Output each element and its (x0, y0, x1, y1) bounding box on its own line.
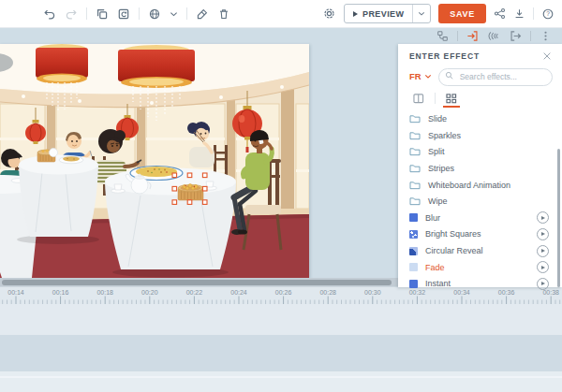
duplicate-sync-icon[interactable] (117, 7, 130, 21)
enter-effect-icon[interactable] (466, 29, 480, 44)
preview-dropdown[interactable] (412, 5, 430, 22)
search-input[interactable] (438, 68, 553, 86)
filter-dropdown[interactable]: FR (409, 71, 432, 81)
play-preview-button[interactable] (537, 228, 549, 240)
enter-effect-panel: ENTER EFFECT FR SlideSpar (398, 44, 562, 287)
chevron-down-icon[interactable] (170, 10, 178, 18)
gear-icon[interactable] (322, 7, 336, 21)
effect-folder[interactable]: Whiteboard Animation (398, 177, 562, 194)
eraser-icon[interactable] (196, 7, 209, 21)
effect-folders: SlideSparklesSplitStripesWhiteboard Anim… (398, 111, 562, 211)
table-left[interactable] (17, 149, 99, 245)
search-box (438, 66, 553, 86)
kebab-menu-icon[interactable] (539, 29, 553, 44)
scrollbar-thumb[interactable] (2, 280, 392, 285)
effects-list: SlideSparklesSplitStripesWhiteboard Anim… (398, 109, 562, 293)
effect-folder-label: Sparkles (428, 131, 461, 140)
effect-folder-label: Slide (428, 114, 447, 123)
effect-item[interactable]: Fade (398, 259, 562, 276)
timeline-track[interactable] (0, 335, 562, 371)
search-icon (445, 71, 454, 80)
play-icon (353, 11, 358, 17)
effect-item-label: Circular Reveal (425, 246, 483, 255)
folder-icon (409, 181, 421, 190)
trash-icon[interactable] (217, 7, 230, 21)
timeline-divider (0, 371, 562, 378)
timeline-spacer (0, 304, 562, 335)
divider (533, 7, 534, 20)
tab-grid-view[interactable] (444, 92, 459, 106)
top-toolbar: PREVIEW SAVE ? (0, 0, 562, 28)
effect-item-label: Instant (425, 279, 451, 288)
effect-folder-label: Split (428, 147, 445, 156)
effect-thumbnail (409, 280, 418, 288)
folder-icon (409, 131, 421, 140)
redo-icon[interactable] (65, 7, 78, 21)
divider (86, 7, 87, 20)
effect-folder[interactable]: Wipe (398, 193, 562, 210)
play-icon (541, 266, 545, 269)
tab-list-view[interactable] (411, 92, 426, 106)
svg-text:00:28: 00:28 (319, 289, 336, 296)
svg-text:00:26: 00:26 (275, 289, 292, 296)
svg-text:00:18: 00:18 (96, 289, 113, 296)
effect-item[interactable]: Blur (398, 210, 562, 226)
canvas-scene (0, 44, 309, 278)
panel-header: ENTER EFFECT (398, 44, 562, 64)
help-icon[interactable]: ? (541, 7, 555, 21)
play-preview-button[interactable] (537, 261, 549, 273)
divider (139, 7, 140, 20)
effect-folder[interactable]: Split (398, 144, 562, 161)
preview-label: PREVIEW (362, 9, 404, 19)
effect-folder-label: Wipe (428, 196, 448, 206)
close-icon[interactable] (542, 51, 552, 61)
panel-scrollbar[interactable] (557, 149, 560, 287)
table-center[interactable] (105, 167, 236, 278)
divider (457, 31, 458, 41)
publish-tools-group: PREVIEW SAVE ? (322, 4, 562, 23)
globe-icon[interactable] (148, 7, 161, 21)
preview-button[interactable]: PREVIEW (344, 4, 431, 23)
motion-effect-icon[interactable] (487, 29, 501, 44)
exit-effect-icon[interactable] (509, 29, 523, 44)
effect-folder[interactable]: Stripes (398, 160, 562, 177)
timeline-horizontal-scrollbar[interactable] (0, 278, 398, 286)
app-root: PREVIEW SAVE ? (0, 0, 562, 392)
effect-thumbnail (409, 213, 418, 222)
effect-mode-bar (436, 28, 553, 44)
effect-item[interactable]: Bright Squares (398, 226, 562, 243)
divider (435, 93, 436, 104)
scene-flow-icon[interactable] (436, 29, 450, 44)
stage-canvas[interactable] (0, 44, 309, 278)
play-preview-button[interactable] (537, 211, 549, 224)
undo-icon[interactable] (43, 7, 56, 21)
play-icon (541, 249, 545, 253)
share-icon[interactable] (494, 7, 506, 20)
effect-item-label: Fade (425, 263, 445, 272)
play-preview-button[interactable] (537, 278, 549, 290)
edit-tools-group (0, 7, 230, 21)
play-icon (541, 216, 545, 220)
folder-icon (409, 114, 421, 123)
effect-folder[interactable]: Slide (398, 111, 562, 128)
save-button[interactable]: SAVE (438, 4, 486, 23)
divider (186, 7, 187, 20)
download-icon[interactable] (513, 7, 525, 20)
effect-items: BlurBright SquaresCircular RevealFadeIns… (398, 210, 562, 292)
effect-thumbnail (409, 247, 418, 255)
play-icon (541, 282, 545, 285)
chevron-down-icon (424, 73, 432, 80)
divider (530, 31, 531, 41)
svg-text:00:14: 00:14 (7, 289, 24, 296)
effect-folder-label: Stripes (428, 164, 454, 173)
play-preview-button[interactable] (537, 245, 549, 257)
svg-text:00:22: 00:22 (186, 289, 203, 296)
effect-item[interactable]: Instant (398, 275, 562, 292)
copy-icon[interactable] (96, 7, 109, 21)
effect-folder[interactable]: Sparkles (398, 127, 562, 144)
effect-item[interactable]: Circular Reveal (398, 242, 562, 259)
effect-item-label: Blur (425, 213, 440, 223)
panel-title: ENTER EFFECT (409, 51, 480, 61)
svg-text:00:30: 00:30 (364, 289, 381, 296)
steamer-basket-selected[interactable] (178, 184, 203, 201)
